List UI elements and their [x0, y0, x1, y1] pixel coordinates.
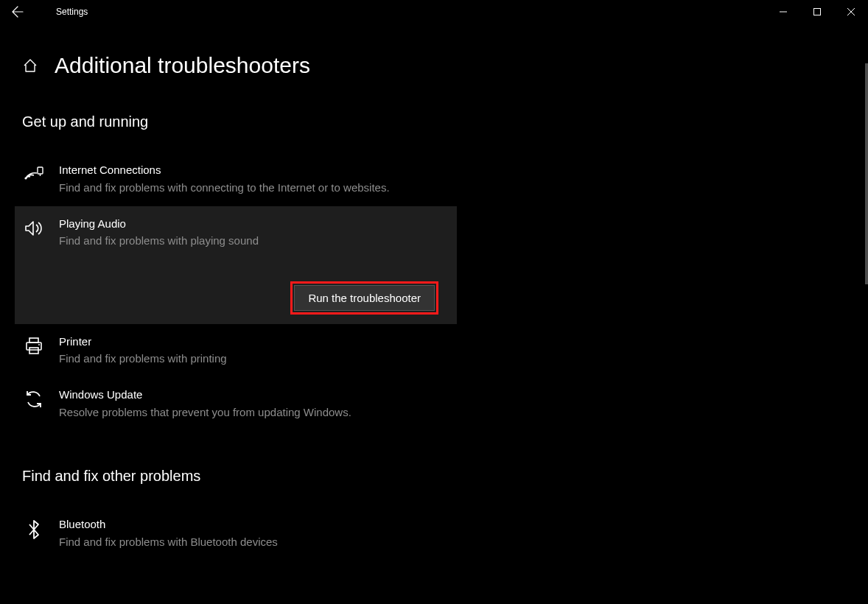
content-column: Get up and running Internet Connections … [22, 113, 457, 561]
item-desc: Resolve problems that prevent you from u… [59, 404, 427, 421]
svg-rect-3 [38, 167, 43, 174]
svg-rect-6 [27, 343, 41, 350]
svg-rect-7 [29, 348, 38, 354]
item-text: Internet Connections Find and fix proble… [59, 163, 442, 196]
titlebar: Settings [0, 0, 868, 24]
printer-icon [22, 334, 46, 368]
troubleshooter-item-update[interactable]: Windows Update Resolve problems that pre… [15, 377, 457, 431]
troubleshooter-item-internet[interactable]: Internet Connections Find and fix proble… [15, 152, 457, 206]
page-header: Additional troubleshooters [22, 53, 846, 78]
troubleshooter-item-printer[interactable]: Printer Find and fix problems with print… [15, 324, 457, 378]
page-title: Additional troubleshooters [55, 53, 310, 78]
minimize-icon [780, 8, 787, 15]
close-button[interactable] [834, 0, 868, 24]
run-troubleshooter-button[interactable]: Run the troubleshooter [294, 285, 435, 311]
bluetooth-icon [22, 517, 46, 550]
home-button[interactable] [22, 57, 38, 74]
item-text: Bluetooth Find and fix problems with Blu… [59, 517, 442, 550]
item-title: Printer [59, 334, 442, 349]
sync-icon [22, 387, 46, 421]
troubleshooter-item-audio[interactable]: Playing Audio Find and fix problems with… [15, 206, 457, 324]
caption-buttons [766, 0, 868, 24]
item-desc: Find and fix problems with connecting to… [59, 179, 427, 196]
close-icon [847, 8, 855, 15]
item-text: Playing Audio Find and fix problems with… [59, 217, 442, 250]
content-area: Additional troubleshooters Get up and ru… [0, 24, 868, 604]
item-desc: Find and fix problems with playing sound [59, 232, 427, 249]
minimize-button[interactable] [766, 0, 800, 24]
run-row: Run the troubleshooter [22, 285, 442, 311]
item-text: Windows Update Resolve problems that pre… [59, 387, 442, 421]
window-title: Settings [35, 7, 88, 17]
section-other: Find and fix other problems Bluetooth Fi… [22, 468, 457, 561]
speaker-icon [22, 217, 46, 250]
maximize-icon [813, 8, 821, 15]
svg-rect-1 [814, 9, 821, 15]
item-desc: Find and fix problems with printing [59, 350, 427, 367]
home-icon [23, 58, 38, 73]
item-desc: Find and fix problems with Bluetooth dev… [59, 533, 427, 550]
item-main: Playing Audio Find and fix problems with… [22, 217, 442, 250]
back-button[interactable] [0, 0, 35, 24]
item-title: Windows Update [59, 387, 442, 402]
troubleshooter-item-bluetooth[interactable]: Bluetooth Find and fix problems with Blu… [15, 507, 457, 561]
maximize-button[interactable] [800, 0, 834, 24]
section-title-other: Find and fix other problems [22, 468, 457, 485]
item-title: Bluetooth [59, 517, 442, 532]
scrollbar[interactable] [865, 63, 868, 284]
titlebar-left: Settings [0, 0, 88, 24]
svg-point-2 [24, 177, 27, 179]
item-title: Internet Connections [59, 163, 442, 178]
arrow-left-icon [12, 6, 24, 18]
svg-point-8 [38, 344, 40, 345]
item-text: Printer Find and fix problems with print… [59, 334, 442, 368]
svg-rect-5 [29, 338, 38, 343]
section-title-running: Get up and running [22, 113, 457, 130]
item-title: Playing Audio [59, 217, 442, 231]
wifi-icon [22, 163, 46, 196]
